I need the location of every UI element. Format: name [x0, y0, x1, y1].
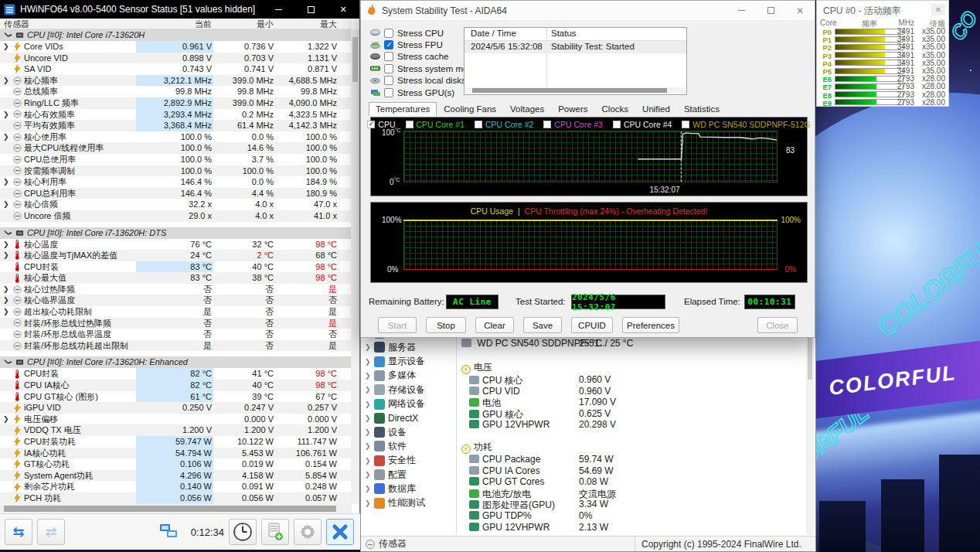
tree-item-9[interactable]: ❯安全性: [361, 454, 457, 468]
close-icon[interactable]: ✕: [931, 4, 945, 15]
tab-powers[interactable]: Powers: [551, 102, 594, 116]
legend-checkbox[interactable]: [682, 121, 689, 128]
sensor-row[interactable]: 封装/环形总线过热降频否否是: [0, 318, 352, 329]
sensor-row[interactable]: CPU GT核心 (图形)61 °C39 °C67 °C: [0, 391, 352, 403]
dialog-titlebar[interactable]: System Stability Test - AIDA64 ✕: [361, 1, 815, 21]
checkbox[interactable]: [384, 76, 393, 85]
sensor-row[interactable]: CPU封装83 °C40 °C98 °C: [0, 261, 352, 273]
sensor-row[interactable]: ❯核心利用率146.4 %0.0 %184.9 %: [0, 176, 352, 188]
sensor-row[interactable]: VDDQ TX 电压1.200 V1.200 V1.200 V: [0, 424, 352, 436]
sensor-value-row[interactable]: 图形处理器(GPU)3.34 W: [469, 499, 815, 509]
cpuid-button[interactable]: CPUID: [571, 317, 613, 333]
tab-temperatures[interactable]: Temperatures: [369, 102, 437, 116]
stress-option[interactable]: Stress cache: [370, 51, 461, 63]
exit-button[interactable]: [326, 519, 354, 545]
scrollbar-thumb[interactable]: [808, 333, 812, 380]
tree-item-10[interactable]: ❯配置: [361, 468, 457, 482]
tree-item-6[interactable]: ❯DirectX: [361, 411, 457, 425]
stress-option[interactable]: Stress GPU(s): [370, 87, 461, 98]
sensor-value-row[interactable]: GPU TDP%0%: [469, 510, 815, 521]
sensor-row[interactable]: 平均有效频率3,368.4 MHz61.4 MHz4,142.3 MHz: [0, 120, 352, 131]
stress-option[interactable]: 123Stress FPU: [370, 39, 461, 50]
tab-cooling-fans[interactable]: Cooling Fans: [437, 102, 503, 116]
tree-item-7[interactable]: ❯设备: [361, 425, 457, 439]
tree-item-12[interactable]: ❯性能测试: [361, 496, 457, 510]
sensor-row[interactable]: CPU总利用率146.4 %4.4 %180.9 %: [0, 188, 352, 199]
maximize-button[interactable]: [294, 0, 327, 19]
stress-option[interactable]: Stress system memory: [370, 63, 461, 74]
stress-option[interactable]: Stress local disks: [370, 75, 461, 87]
legend-checkbox[interactable]: [475, 121, 482, 128]
tab-voltages[interactable]: Voltages: [503, 102, 551, 116]
sensor-row[interactable]: GT核心功耗0.106 W0.019 W0.154 W: [0, 458, 352, 470]
sensor-row[interactable]: ❯核心使用率100.0 %0.0 %100.0 %: [0, 131, 352, 143]
tree-item-4[interactable]: ❯存储设备: [361, 383, 457, 397]
sensor-row[interactable]: PCH 功耗0.056 W0.056 W0.057 W: [0, 492, 352, 504]
hwinfo-horizontal-scrollbar[interactable]: [0, 504, 352, 513]
scrollbar-thumb[interactable]: [4, 506, 336, 512]
tree-item-3[interactable]: ❯多媒体: [361, 369, 457, 383]
checkbox[interactable]: [384, 29, 393, 38]
sensor-row[interactable]: 封装/环形总线功耗超出限制是否是: [0, 340, 352, 352]
clear-button[interactable]: Clear: [475, 317, 514, 333]
maximize-button[interactable]: [756, 1, 785, 20]
sensor-row[interactable]: ❯核心倍频32.2 x4.0 x47.0 x: [0, 199, 352, 210]
checkbox[interactable]: [384, 40, 393, 49]
sensor-row[interactable]: ❯Core VIDs0.961 V0.736 V1.322 V: [0, 41, 352, 53]
legend-checkbox[interactable]: [613, 121, 621, 128]
log-scrollbar[interactable]: [465, 87, 686, 94]
sensor-section-header[interactable]: ❯CPU [#0]: Intel Core i7-13620H: DTS: [0, 227, 352, 239]
nav-arrows-disabled-button[interactable]: ⇄: [37, 519, 65, 545]
sensor-row[interactable]: System Agent功耗4.296 W4.158 W5.854 W: [0, 470, 352, 482]
tree-item-8[interactable]: ❯软件: [361, 439, 457, 453]
settings-gear-button[interactable]: [294, 519, 322, 545]
sensor-row[interactable]: CPU封装功耗59.747 W10.122 W111.747 W: [0, 436, 352, 448]
sensor-row[interactable]: ❯超出核心功耗限制是否是: [0, 306, 352, 318]
hwinfo-titlebar[interactable]: HWiNFO64 v8.00-5400 Sensor Status [51 va…: [0, 0, 359, 19]
sensor-row[interactable]: 最大CPU/线程使用率100.0 %14.6 %100.0 %: [0, 142, 352, 154]
sensor-row[interactable]: iGPU VID0.250 V0.247 V0.257 V: [0, 402, 352, 414]
sensor-row[interactable]: Uncore 倍频29.0 x4.0 x41.0 x: [0, 210, 352, 222]
legend-item[interactable]: CPU Core #1: [406, 120, 464, 129]
legend-checkbox[interactable]: [543, 121, 551, 128]
stop-button[interactable]: Stop: [426, 317, 466, 333]
hwinfo-vertical-scrollbar[interactable]: [351, 29, 359, 504]
sensor-row[interactable]: Uncore VID0.898 V0.703 V1.131 V: [0, 53, 352, 64]
minimize-button[interactable]: [726, 1, 756, 20]
sensor-row[interactable]: SA VID0.743 V0.741 V0.871 V: [0, 63, 352, 75]
legend-item[interactable]: CPU Core #2: [475, 120, 533, 129]
aida64-scrollbar[interactable]: [806, 330, 814, 535]
checkbox[interactable]: [384, 52, 393, 61]
sensor-row-disk[interactable]: WD PC SN540 SDDPNPF-51... 25 °C / 25 °C: [461, 338, 808, 349]
sensor-row[interactable]: ❯核心频率3,212.1 MHz399.0 MHz4,688.5 MHz: [0, 75, 352, 87]
close-button[interactable]: Close: [757, 317, 798, 333]
tree-item-5[interactable]: ❯网络设备: [361, 397, 457, 411]
sensor-row[interactable]: ❯电压偏移0.000 V0.000 V: [0, 414, 352, 425]
tab-unified[interactable]: Unified: [635, 102, 677, 116]
tree-item-11[interactable]: ❯数据库: [361, 482, 457, 496]
sensor-value-row[interactable]: GPU 核心0.625 V: [469, 408, 815, 419]
sensor-row[interactable]: 核心最大值83 °C38 °C98 °C: [0, 272, 352, 284]
clock-button[interactable]: [229, 519, 257, 545]
legend-checkbox[interactable]: [367, 121, 375, 128]
sensor-row[interactable]: ❯核心有效频率3,293.4 MHz0.2 MHz4,323.5 MHz: [0, 109, 352, 121]
tab-clocks[interactable]: Clocks: [595, 102, 636, 116]
sensor-section-header[interactable]: ❯CPU [#0]: Intel Core i7-13620H: [0, 29, 352, 41]
sensor-row[interactable]: Ring/LLC 频率2,892.9 MHz399.0 MHz4,090.0 M…: [0, 97, 352, 109]
sensor-row[interactable]: 总线频率99.8 MHz99.8 MHz99.8 MHz: [0, 86, 352, 97]
sensor-section-header[interactable]: ❯CPU [#0]: Intel Core i7-13620H: Enhance…: [0, 356, 352, 368]
close-button[interactable]: ✕: [327, 0, 359, 19]
sensor-row[interactable]: CPU封装82 °C41 °C98 °C: [0, 368, 352, 380]
checkbox[interactable]: [384, 88, 393, 97]
log-row[interactable]: 2024/5/6 15:32:08 Stability Test: Starte…: [464, 41, 686, 53]
legend-item[interactable]: CPU Core #3: [543, 120, 602, 129]
nav-arrows-button[interactable]: ⇆: [5, 519, 32, 545]
sensor-value-row[interactable]: CPU 核心0.960 V: [469, 374, 815, 385]
tree-item-1[interactable]: ❯服务器: [361, 340, 457, 354]
sensor-value-row[interactable]: 电池17.090 V: [469, 397, 815, 407]
sensor-row[interactable]: 剩余芯片功耗0.140 W0.091 W0.248 W: [0, 481, 352, 492]
save-button[interactable]: Save: [523, 317, 562, 333]
legend-checkbox[interactable]: [406, 121, 413, 128]
stress-option[interactable]: Stress CPU: [370, 27, 461, 39]
sensor-value-row[interactable]: GPU 12VHPWR2.13 W: [469, 522, 815, 533]
